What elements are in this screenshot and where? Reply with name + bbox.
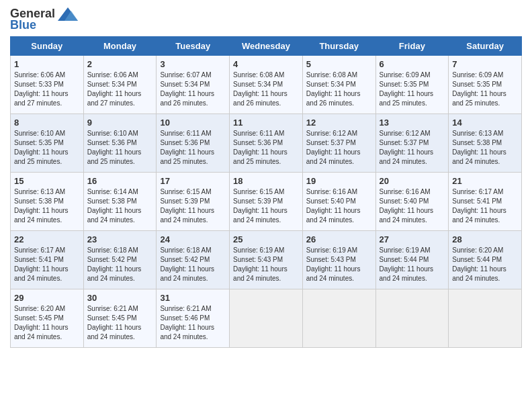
day-info: Sunrise: 6:21 AMSunset: 5:46 PMDaylight:…	[160, 304, 226, 342]
calendar-cell: 14Sunrise: 6:13 AMSunset: 5:38 PMDayligh…	[449, 114, 522, 173]
calendar-cell: 8Sunrise: 6:10 AMSunset: 5:35 PMDaylight…	[11, 114, 84, 173]
day-number: 27	[380, 234, 445, 244]
day-number: 18	[233, 176, 299, 186]
calendar-cell: 18Sunrise: 6:15 AMSunset: 5:39 PMDayligh…	[230, 173, 303, 231]
day-number: 3	[160, 59, 226, 69]
day-info: Sunrise: 6:08 AMSunset: 5:34 PMDaylight:…	[306, 71, 372, 108]
weekday-header-tuesday: Tuesday	[157, 37, 230, 56]
day-info: Sunrise: 6:10 AMSunset: 5:35 PMDaylight:…	[14, 129, 80, 167]
calendar-cell: 25Sunrise: 6:19 AMSunset: 5:43 PMDayligh…	[230, 231, 303, 289]
calendar-week-row: 29Sunrise: 6:20 AMSunset: 5:45 PMDayligh…	[11, 289, 522, 348]
calendar-cell: 26Sunrise: 6:19 AMSunset: 5:43 PMDayligh…	[302, 231, 375, 289]
day-number: 5	[306, 59, 372, 69]
calendar-cell	[230, 289, 303, 348]
calendar-cell: 22Sunrise: 6:17 AMSunset: 5:41 PMDayligh…	[11, 231, 84, 289]
day-info: Sunrise: 6:17 AMSunset: 5:41 PMDaylight:…	[452, 187, 518, 225]
day-number: 30	[87, 293, 153, 303]
calendar-cell: 31Sunrise: 6:21 AMSunset: 5:46 PMDayligh…	[157, 289, 230, 348]
day-number: 17	[160, 176, 226, 186]
day-info: Sunrise: 6:07 AMSunset: 5:34 PMDaylight:…	[160, 71, 226, 108]
day-info: Sunrise: 6:17 AMSunset: 5:41 PMDaylight:…	[14, 246, 80, 283]
weekday-header-wednesday: Wednesday	[230, 37, 303, 56]
day-info: Sunrise: 6:21 AMSunset: 5:45 PMDaylight:…	[87, 304, 153, 342]
logo: General Blue	[10, 7, 78, 32]
day-info: Sunrise: 6:15 AMSunset: 5:39 PMDaylight:…	[160, 187, 226, 225]
day-info: Sunrise: 6:16 AMSunset: 5:40 PMDaylight:…	[306, 187, 372, 225]
day-number: 31	[160, 293, 226, 303]
day-number: 21	[452, 176, 518, 186]
calendar-week-row: 22Sunrise: 6:17 AMSunset: 5:41 PMDayligh…	[11, 231, 522, 289]
calendar-cell: 21Sunrise: 6:17 AMSunset: 5:41 PMDayligh…	[449, 173, 522, 231]
calendar-cell: 24Sunrise: 6:18 AMSunset: 5:42 PMDayligh…	[157, 231, 230, 289]
calendar-cell: 12Sunrise: 6:12 AMSunset: 5:37 PMDayligh…	[302, 114, 375, 173]
day-number: 4	[233, 59, 299, 69]
calendar-cell: 16Sunrise: 6:14 AMSunset: 5:38 PMDayligh…	[83, 173, 157, 231]
day-number: 15	[14, 176, 80, 186]
day-number: 1	[14, 59, 80, 69]
weekday-header-monday: Monday	[83, 37, 157, 56]
calendar-cell: 20Sunrise: 6:16 AMSunset: 5:40 PMDayligh…	[375, 173, 449, 231]
day-info: Sunrise: 6:13 AMSunset: 5:38 PMDaylight:…	[14, 187, 80, 225]
day-info: Sunrise: 6:11 AMSunset: 5:36 PMDaylight:…	[233, 129, 299, 167]
calendar-cell: 7Sunrise: 6:09 AMSunset: 5:35 PMDaylight…	[449, 56, 522, 114]
day-number: 24	[160, 234, 226, 244]
weekday-header-saturday: Saturday	[449, 37, 522, 56]
day-info: Sunrise: 6:16 AMSunset: 5:40 PMDaylight:…	[380, 187, 445, 225]
day-info: Sunrise: 6:20 AMSunset: 5:45 PMDaylight:…	[14, 304, 80, 342]
calendar-cell: 1Sunrise: 6:06 AMSunset: 5:33 PMDaylight…	[11, 56, 84, 114]
header: General Blue	[10, 7, 522, 32]
day-info: Sunrise: 6:09 AMSunset: 5:35 PMDaylight:…	[380, 71, 445, 108]
day-number: 23	[87, 234, 153, 244]
day-info: Sunrise: 6:10 AMSunset: 5:36 PMDaylight:…	[87, 129, 153, 167]
day-number: 22	[14, 234, 80, 244]
calendar-cell: 29Sunrise: 6:20 AMSunset: 5:45 PMDayligh…	[11, 289, 84, 348]
day-info: Sunrise: 6:11 AMSunset: 5:36 PMDaylight:…	[160, 129, 226, 167]
day-number: 26	[306, 234, 372, 244]
logo-icon	[58, 7, 78, 21]
weekday-header-thursday: Thursday	[302, 37, 375, 56]
day-number: 11	[233, 118, 299, 128]
calendar-cell: 15Sunrise: 6:13 AMSunset: 5:38 PMDayligh…	[11, 173, 84, 231]
day-number: 9	[87, 118, 153, 128]
calendar-cell: 30Sunrise: 6:21 AMSunset: 5:45 PMDayligh…	[83, 289, 157, 348]
day-info: Sunrise: 6:14 AMSunset: 5:38 PMDaylight:…	[87, 187, 153, 225]
day-info: Sunrise: 6:06 AMSunset: 5:33 PMDaylight:…	[14, 71, 80, 108]
calendar-week-row: 8Sunrise: 6:10 AMSunset: 5:35 PMDaylight…	[11, 114, 522, 173]
calendar-header: SundayMondayTuesdayWednesdayThursdayFrid…	[11, 37, 522, 56]
calendar-cell: 19Sunrise: 6:16 AMSunset: 5:40 PMDayligh…	[302, 173, 375, 231]
day-number: 6	[380, 59, 445, 69]
day-number: 19	[306, 176, 372, 186]
day-info: Sunrise: 6:08 AMSunset: 5:34 PMDaylight:…	[233, 71, 299, 108]
day-number: 29	[14, 293, 80, 303]
day-info: Sunrise: 6:12 AMSunset: 5:37 PMDaylight:…	[306, 129, 372, 167]
calendar-cell: 27Sunrise: 6:19 AMSunset: 5:44 PMDayligh…	[375, 231, 449, 289]
calendar-cell: 4Sunrise: 6:08 AMSunset: 5:34 PMDaylight…	[230, 56, 303, 114]
day-number: 12	[306, 118, 372, 128]
calendar-cell: 5Sunrise: 6:08 AMSunset: 5:34 PMDaylight…	[302, 56, 375, 114]
day-number: 10	[160, 118, 226, 128]
day-info: Sunrise: 6:18 AMSunset: 5:42 PMDaylight:…	[160, 246, 226, 283]
day-info: Sunrise: 6:13 AMSunset: 5:38 PMDaylight:…	[452, 129, 518, 167]
calendar-table: SundayMondayTuesdayWednesdayThursdayFrid…	[10, 36, 522, 348]
calendar-cell	[449, 289, 522, 348]
calendar-cell: 6Sunrise: 6:09 AMSunset: 5:35 PMDaylight…	[375, 56, 449, 114]
day-info: Sunrise: 6:20 AMSunset: 5:44 PMDaylight:…	[452, 246, 518, 283]
calendar-week-row: 15Sunrise: 6:13 AMSunset: 5:38 PMDayligh…	[11, 173, 522, 231]
calendar-cell: 9Sunrise: 6:10 AMSunset: 5:36 PMDaylight…	[83, 114, 157, 173]
calendar-cell: 11Sunrise: 6:11 AMSunset: 5:36 PMDayligh…	[230, 114, 303, 173]
calendar-cell: 2Sunrise: 6:06 AMSunset: 5:34 PMDaylight…	[83, 56, 157, 114]
day-number: 7	[452, 59, 518, 69]
day-info: Sunrise: 6:06 AMSunset: 5:34 PMDaylight:…	[87, 71, 153, 108]
day-number: 25	[233, 234, 299, 244]
calendar-cell: 28Sunrise: 6:20 AMSunset: 5:44 PMDayligh…	[449, 231, 522, 289]
day-number: 2	[87, 59, 153, 69]
day-info: Sunrise: 6:19 AMSunset: 5:43 PMDaylight:…	[306, 246, 372, 283]
day-info: Sunrise: 6:19 AMSunset: 5:44 PMDaylight:…	[380, 246, 445, 283]
day-info: Sunrise: 6:12 AMSunset: 5:37 PMDaylight:…	[380, 129, 445, 167]
day-info: Sunrise: 6:18 AMSunset: 5:42 PMDaylight:…	[87, 246, 153, 283]
day-number: 8	[14, 118, 80, 128]
day-number: 28	[452, 234, 518, 244]
logo-blue-text: Blue	[10, 18, 36, 32]
calendar-cell	[375, 289, 449, 348]
weekday-header-friday: Friday	[375, 37, 449, 56]
